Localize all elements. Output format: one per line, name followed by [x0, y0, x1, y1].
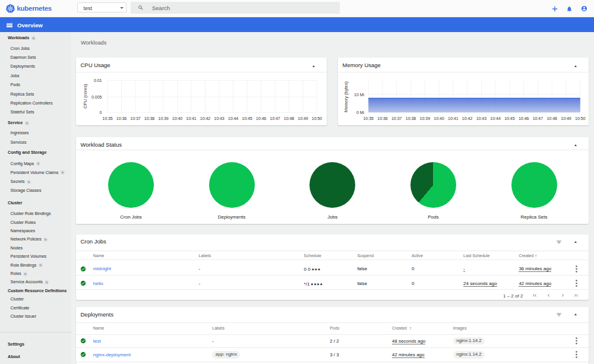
svg-text:10:50: 10:50: [575, 116, 586, 121]
svg-text:10:47: 10:47: [533, 116, 544, 121]
svg-text:10:39: 10:39: [158, 116, 169, 121]
svg-text:10:42: 10:42: [462, 116, 473, 121]
svg-text:10:46: 10:46: [256, 116, 267, 121]
svg-text:10:49: 10:49: [298, 116, 308, 121]
svg-text:10:35: 10:35: [102, 116, 113, 121]
svg-text:10:35: 10:35: [363, 116, 374, 121]
svg-text:10:42: 10:42: [200, 116, 211, 121]
svg-text:10:39: 10:39: [420, 116, 431, 121]
svg-text:0: 0: [100, 110, 102, 115]
svg-text:10:47: 10:47: [270, 116, 280, 121]
svg-text:10:50: 10:50: [312, 116, 323, 121]
svg-text:10:43: 10:43: [214, 116, 225, 121]
svg-text:CPU (cores): CPU (cores): [83, 84, 88, 109]
svg-text:10:48: 10:48: [284, 116, 295, 121]
svg-text:10:36: 10:36: [116, 116, 127, 121]
svg-text:10:36: 10:36: [377, 116, 388, 121]
svg-text:10:37: 10:37: [130, 116, 141, 121]
svg-text:10:46: 10:46: [519, 116, 529, 121]
svg-text:10 Mi: 10 Mi: [354, 93, 365, 97]
svg-text:10:38: 10:38: [144, 116, 155, 121]
svg-text:0.005: 0.005: [91, 95, 102, 99]
svg-text:10:48: 10:48: [546, 116, 557, 121]
svg-text:0 Mi: 0 Mi: [356, 110, 365, 115]
svg-text:10:45: 10:45: [504, 116, 515, 121]
svg-text:Memory (bytes): Memory (bytes): [343, 81, 349, 112]
svg-text:10:38: 10:38: [406, 116, 416, 121]
svg-text:10:49: 10:49: [561, 116, 571, 121]
svg-text:10:41: 10:41: [186, 116, 197, 121]
svg-text:10:44: 10:44: [228, 116, 239, 121]
svg-text:10:40: 10:40: [434, 116, 444, 121]
svg-text:10:45: 10:45: [242, 116, 252, 121]
svg-text:10:44: 10:44: [490, 116, 501, 121]
svg-text:10:41: 10:41: [448, 116, 459, 121]
svg-text:10:43: 10:43: [476, 116, 487, 121]
svg-text:10:37: 10:37: [391, 116, 402, 121]
svg-text:0.01: 0.01: [94, 78, 102, 83]
svg-text:10:40: 10:40: [172, 116, 183, 121]
